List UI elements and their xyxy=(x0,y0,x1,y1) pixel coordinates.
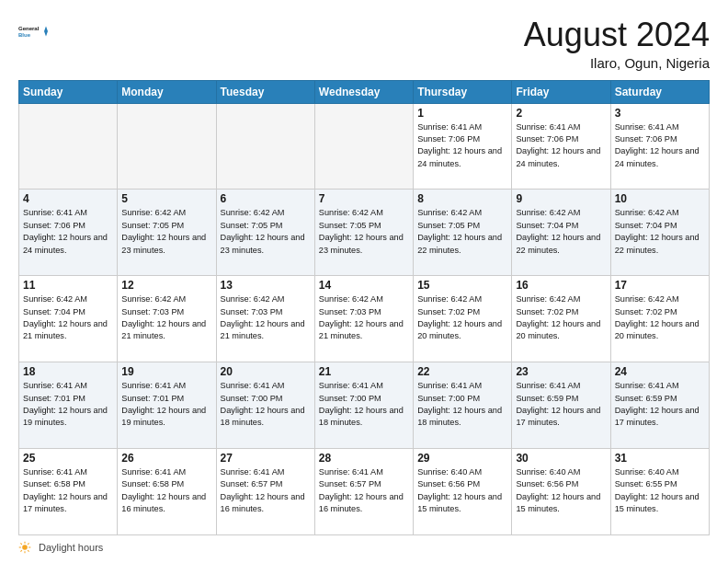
day-info: Sunrise: 6:42 AM Sunset: 7:03 PM Dayligh… xyxy=(221,293,311,342)
day-info: Sunrise: 6:42 AM Sunset: 7:05 PM Dayligh… xyxy=(417,207,507,256)
calendar-week-row: 1Sunrise: 6:41 AM Sunset: 7:06 PM Daylig… xyxy=(19,103,710,190)
page: General Blue August 2024 Ilaro, Ogun, Ni… xyxy=(0,0,728,563)
day-number: 15 xyxy=(417,279,507,292)
day-number: 19 xyxy=(121,365,211,378)
calendar-cell: 10Sunrise: 6:42 AM Sunset: 7:04 PM Dayli… xyxy=(610,190,709,276)
calendar-cell: 31Sunrise: 6:40 AM Sunset: 6:55 PM Dayli… xyxy=(610,449,709,535)
svg-marker-2 xyxy=(44,26,48,36)
day-info: Sunrise: 6:41 AM Sunset: 6:58 PM Dayligh… xyxy=(23,466,113,515)
footer: Daylight hours xyxy=(18,541,710,554)
day-info: Sunrise: 6:41 AM Sunset: 7:01 PM Dayligh… xyxy=(23,380,113,429)
day-info: Sunrise: 6:41 AM Sunset: 7:00 PM Dayligh… xyxy=(417,380,507,429)
calendar-cell: 25Sunrise: 6:41 AM Sunset: 6:58 PM Dayli… xyxy=(19,449,118,535)
logo: General Blue xyxy=(18,17,48,46)
location: Ilaro, Ogun, Nigeria xyxy=(524,55,710,71)
day-number: 1 xyxy=(417,107,507,120)
day-number: 8 xyxy=(417,192,507,205)
day-of-week-header: Monday xyxy=(118,80,216,103)
svg-line-9 xyxy=(28,550,28,551)
day-number: 29 xyxy=(417,452,507,465)
day-info: Sunrise: 6:41 AM Sunset: 7:06 PM Dayligh… xyxy=(516,121,606,170)
calendar-cell xyxy=(314,103,413,190)
calendar-cell: 16Sunrise: 6:42 AM Sunset: 7:02 PM Dayli… xyxy=(512,276,610,362)
calendar-cell: 19Sunrise: 6:41 AM Sunset: 7:01 PM Dayli… xyxy=(118,362,216,449)
day-number: 7 xyxy=(319,192,409,205)
calendar-table: SundayMondayTuesdayWednesdayThursdayFrid… xyxy=(18,80,710,535)
day-info: Sunrise: 6:41 AM Sunset: 6:57 PM Dayligh… xyxy=(221,466,311,515)
day-number: 22 xyxy=(417,365,507,378)
calendar-cell: 11Sunrise: 6:42 AM Sunset: 7:04 PM Dayli… xyxy=(19,276,118,362)
day-info: Sunrise: 6:40 AM Sunset: 6:56 PM Dayligh… xyxy=(417,466,507,515)
day-info: Sunrise: 6:41 AM Sunset: 7:00 PM Dayligh… xyxy=(319,380,409,429)
calendar-week-row: 25Sunrise: 6:41 AM Sunset: 6:58 PM Dayli… xyxy=(19,449,710,535)
calendar-cell: 30Sunrise: 6:40 AM Sunset: 6:56 PM Dayli… xyxy=(512,449,610,535)
day-number: 21 xyxy=(319,365,409,378)
day-info: Sunrise: 6:41 AM Sunset: 7:06 PM Dayligh… xyxy=(417,121,507,170)
day-number: 5 xyxy=(121,192,211,205)
day-number: 31 xyxy=(615,452,705,465)
day-info: Sunrise: 6:41 AM Sunset: 7:06 PM Dayligh… xyxy=(615,121,705,170)
day-number: 9 xyxy=(516,192,606,205)
day-info: Sunrise: 6:41 AM Sunset: 6:59 PM Dayligh… xyxy=(516,380,606,429)
calendar-cell: 26Sunrise: 6:41 AM Sunset: 6:58 PM Dayli… xyxy=(118,449,216,535)
day-number: 28 xyxy=(319,452,409,465)
calendar-cell: 21Sunrise: 6:41 AM Sunset: 7:00 PM Dayli… xyxy=(314,362,413,449)
day-of-week-header: Sunday xyxy=(19,80,118,103)
svg-point-3 xyxy=(22,545,28,550)
day-number: 14 xyxy=(319,279,409,292)
day-info: Sunrise: 6:40 AM Sunset: 6:56 PM Dayligh… xyxy=(516,466,606,515)
day-info: Sunrise: 6:42 AM Sunset: 7:05 PM Dayligh… xyxy=(121,207,211,256)
day-number: 10 xyxy=(615,192,705,205)
calendar-cell: 4Sunrise: 6:41 AM Sunset: 7:06 PM Daylig… xyxy=(19,190,118,276)
day-info: Sunrise: 6:42 AM Sunset: 7:03 PM Dayligh… xyxy=(121,293,211,342)
day-of-week-header: Saturday xyxy=(610,80,709,103)
day-number: 20 xyxy=(221,365,311,378)
calendar-cell: 2Sunrise: 6:41 AM Sunset: 7:06 PM Daylig… xyxy=(512,103,610,190)
month-year: August 2024 xyxy=(524,17,710,53)
day-info: Sunrise: 6:42 AM Sunset: 7:04 PM Dayligh… xyxy=(23,293,113,342)
calendar-cell: 27Sunrise: 6:41 AM Sunset: 6:57 PM Dayli… xyxy=(216,449,314,535)
day-info: Sunrise: 6:41 AM Sunset: 7:00 PM Dayligh… xyxy=(221,380,311,429)
day-number: 17 xyxy=(615,279,705,292)
day-number: 26 xyxy=(121,452,211,465)
calendar-cell: 29Sunrise: 6:40 AM Sunset: 6:56 PM Dayli… xyxy=(414,449,512,535)
day-info: Sunrise: 6:41 AM Sunset: 6:59 PM Dayligh… xyxy=(615,380,705,429)
day-info: Sunrise: 6:42 AM Sunset: 7:02 PM Dayligh… xyxy=(615,293,705,342)
day-number: 11 xyxy=(23,279,113,292)
calendar-cell: 3Sunrise: 6:41 AM Sunset: 7:06 PM Daylig… xyxy=(610,103,709,190)
calendar-cell: 8Sunrise: 6:42 AM Sunset: 7:05 PM Daylig… xyxy=(414,190,512,276)
day-number: 30 xyxy=(516,452,606,465)
calendar-cell xyxy=(216,103,314,190)
day-of-week-header: Tuesday xyxy=(216,80,314,103)
day-number: 4 xyxy=(23,192,113,205)
day-info: Sunrise: 6:42 AM Sunset: 7:05 PM Dayligh… xyxy=(319,207,409,256)
day-number: 12 xyxy=(121,279,211,292)
day-info: Sunrise: 6:40 AM Sunset: 6:55 PM Dayligh… xyxy=(615,466,705,515)
calendar-cell: 14Sunrise: 6:42 AM Sunset: 7:03 PM Dayli… xyxy=(314,276,413,362)
day-number: 23 xyxy=(516,365,606,378)
day-info: Sunrise: 6:41 AM Sunset: 7:01 PM Dayligh… xyxy=(121,380,211,429)
day-number: 25 xyxy=(23,452,113,465)
day-number: 13 xyxy=(221,279,311,292)
day-info: Sunrise: 6:41 AM Sunset: 6:58 PM Dayligh… xyxy=(121,466,211,515)
header: General Blue August 2024 Ilaro, Ogun, Ni… xyxy=(18,17,710,71)
calendar-cell: 24Sunrise: 6:41 AM Sunset: 6:59 PM Dayli… xyxy=(610,362,709,449)
day-info: Sunrise: 6:41 AM Sunset: 6:57 PM Dayligh… xyxy=(319,466,409,515)
day-info: Sunrise: 6:42 AM Sunset: 7:04 PM Dayligh… xyxy=(516,207,606,256)
svg-line-10 xyxy=(28,543,28,544)
calendar-cell: 17Sunrise: 6:42 AM Sunset: 7:02 PM Dayli… xyxy=(610,276,709,362)
calendar-cell: 28Sunrise: 6:41 AM Sunset: 6:57 PM Dayli… xyxy=(314,449,413,535)
calendar-cell: 22Sunrise: 6:41 AM Sunset: 7:00 PM Dayli… xyxy=(414,362,512,449)
day-info: Sunrise: 6:42 AM Sunset: 7:03 PM Dayligh… xyxy=(319,293,409,342)
day-info: Sunrise: 6:42 AM Sunset: 7:02 PM Dayligh… xyxy=(516,293,606,342)
day-info: Sunrise: 6:42 AM Sunset: 7:04 PM Dayligh… xyxy=(615,207,705,256)
calendar-week-row: 4Sunrise: 6:41 AM Sunset: 7:06 PM Daylig… xyxy=(19,190,710,276)
day-number: 16 xyxy=(516,279,606,292)
day-info: Sunrise: 6:42 AM Sunset: 7:02 PM Dayligh… xyxy=(417,293,507,342)
calendar-cell: 20Sunrise: 6:41 AM Sunset: 7:00 PM Dayli… xyxy=(216,362,314,449)
calendar-cell: 15Sunrise: 6:42 AM Sunset: 7:02 PM Dayli… xyxy=(414,276,512,362)
calendar-cell: 1Sunrise: 6:41 AM Sunset: 7:06 PM Daylig… xyxy=(414,103,512,190)
sun-icon xyxy=(18,541,31,554)
svg-text:General: General xyxy=(18,26,40,31)
day-of-week-header: Wednesday xyxy=(314,80,413,103)
